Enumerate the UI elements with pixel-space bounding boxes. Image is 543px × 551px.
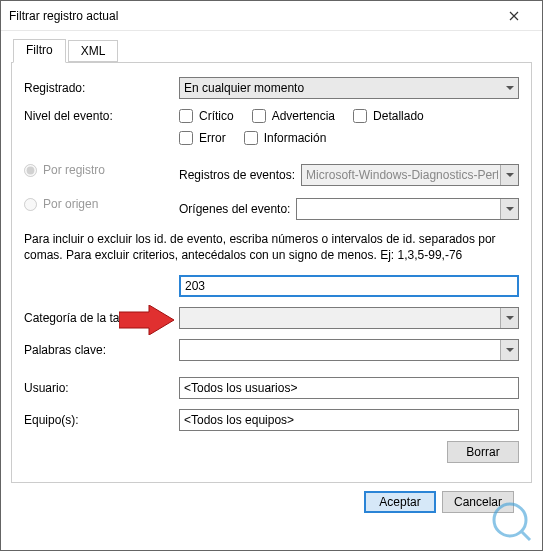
svg-line-2 <box>521 531 530 540</box>
chk-detallado[interactable]: Detallado <box>353 109 424 123</box>
equipos-input[interactable] <box>179 409 519 431</box>
close-icon <box>509 11 519 21</box>
usuario-input[interactable] <box>179 377 519 399</box>
dialog-footer: Aceptar Cancelar <box>11 483 532 513</box>
origenes-combo[interactable] <box>296 198 519 220</box>
radio-por-registro: Por registro <box>24 163 179 177</box>
dropdown-icon[interactable] <box>500 340 518 360</box>
dialog-content: Filtro XML Registrado: En cualquier mome… <box>1 31 542 521</box>
chk-error[interactable]: Error <box>179 131 226 145</box>
dropdown-icon <box>500 308 518 328</box>
event-id-input[interactable] <box>179 275 519 297</box>
registros-label: Registros de eventos: <box>179 168 295 182</box>
dialog-window: Filtrar registro actual Filtro XML Regis… <box>0 0 543 551</box>
borrar-button[interactable]: Borrar <box>447 441 519 463</box>
chk-informacion[interactable]: Información <box>244 131 327 145</box>
chk-advertencia[interactable]: Advertencia <box>252 109 335 123</box>
cancelar-button[interactable]: Cancelar <box>442 491 514 513</box>
chk-critico[interactable]: Crítico <box>179 109 234 123</box>
usuario-label: Usuario: <box>24 381 179 395</box>
title-bar: Filtrar registro actual <box>1 1 542 31</box>
nivel-label: Nivel del evento: <box>24 109 179 123</box>
window-title: Filtrar registro actual <box>9 9 494 23</box>
origenes-label: Orígenes del evento: <box>179 202 290 216</box>
equipos-label: Equipo(s): <box>24 413 179 427</box>
tab-filtro[interactable]: Filtro <box>13 39 66 63</box>
palabras-combo[interactable] <box>179 339 519 361</box>
dropdown-icon[interactable] <box>500 199 518 219</box>
event-id-help-text: Para incluir o excluir los id. de evento… <box>24 231 519 263</box>
tab-xml[interactable]: XML <box>68 40 119 62</box>
aceptar-button[interactable]: Aceptar <box>364 491 436 513</box>
radio-por-origen: Por origen <box>24 197 179 211</box>
tab-panel-filtro: Registrado: En cualquier momento Nivel d… <box>11 63 532 483</box>
registros-combo <box>301 164 519 186</box>
close-button[interactable] <box>494 2 534 30</box>
registrado-label: Registrado: <box>24 81 179 95</box>
dropdown-icon <box>500 165 518 185</box>
categoria-combo <box>179 307 519 329</box>
palabras-label: Palabras clave: <box>24 343 179 357</box>
categoria-label: Categoría de la tarea: <box>24 311 179 325</box>
tab-strip: Filtro XML <box>11 39 532 63</box>
registrado-select[interactable]: En cualquier momento <box>179 77 519 99</box>
